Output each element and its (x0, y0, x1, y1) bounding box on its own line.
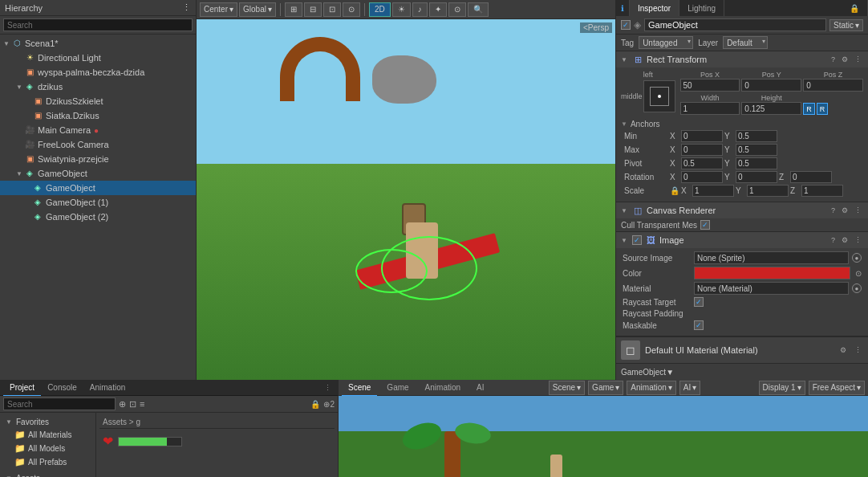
tree-item-dzikus[interactable]: ▼ ◈ dzikus (0, 80, 196, 94)
max-y-input[interactable] (736, 144, 777, 156)
project-tb-icon1[interactable]: ⊕ (119, 399, 126, 410)
anchors-toggle[interactable]: ▼ Anchors (621, 118, 863, 130)
go-bottom-label[interactable]: GameObject▼ (621, 368, 674, 377)
display-dropdown[interactable]: Display 1▾ (759, 381, 805, 395)
center-dropdown[interactable]: Center▾ (200, 2, 237, 17)
tab-bottom-game[interactable]: Game (380, 380, 415, 396)
mat-more-icon[interactable]: ⚙ (838, 346, 848, 354)
light-btn[interactable]: ☀ (392, 2, 411, 17)
sidebar-assets[interactable]: ▼ Assets (3, 472, 92, 477)
tree-item-dziKusSzkielet[interactable]: ▣ DzikusSzkielet (0, 94, 196, 108)
rot-x-input[interactable] (681, 171, 723, 183)
project-tb-icon3[interactable]: ≡ (140, 399, 144, 409)
tree-item-go1[interactable]: ◈ GameObject (1) (0, 195, 196, 210)
max-x-input[interactable] (681, 144, 723, 156)
scene-gizmo-btn[interactable]: ⊙ (448, 2, 466, 17)
project-menu[interactable]: ⋮ (321, 384, 335, 392)
maskable-checkbox[interactable] (694, 320, 704, 330)
ai-dropdown[interactable]: AI▾ (679, 381, 700, 395)
source-image-picker[interactable] (852, 253, 862, 263)
tree-item-wyspa[interactable]: ▣ wyspa-palma-beczka-dzida (0, 65, 196, 80)
animation-dropdown[interactable]: Animation▾ (627, 381, 675, 395)
game-dropdown[interactable]: Game▾ (588, 381, 623, 395)
anchor-widget[interactable] (643, 80, 675, 112)
tab-console[interactable]: Console (41, 380, 83, 396)
r-button[interactable]: R (803, 103, 815, 115)
tree-item-siatka[interactable]: ▣ Siatka.Dzikus (0, 108, 196, 123)
sidebar-all-prefabs[interactable]: 📁 All Prefabs (3, 455, 92, 469)
img-settings-icon[interactable]: ⚙ (840, 236, 850, 244)
snap-btn[interactable]: ⊟ (304, 2, 322, 17)
image-header[interactable]: ▼ 🖼 Image ? ⚙ ⋮ (616, 232, 868, 248)
rect-transform-header[interactable]: ▼ ⊞ Rect Transform ? ⚙ ⋮ (616, 51, 868, 67)
mat-menu-icon[interactable]: ⋮ (853, 346, 863, 354)
scale-x-input[interactable] (692, 185, 734, 197)
tab-bottom-ai[interactable]: AI (470, 380, 490, 396)
cr-settings-icon[interactable]: ⚙ (840, 206, 850, 214)
tab-lighting[interactable]: Lighting (679, 0, 724, 16)
material-picker[interactable] (852, 283, 862, 293)
search-scene-btn[interactable]: 🔍 (468, 2, 489, 17)
tree-item-scena1[interactable]: ▼ ⬡ Scena1* (0, 36, 196, 51)
2d-btn[interactable]: 2D (369, 2, 391, 17)
pos-y-input[interactable] (741, 79, 801, 92)
raycast-target-checkbox[interactable] (694, 297, 704, 307)
height-input[interactable] (741, 102, 801, 115)
img-help-icon[interactable]: ? (829, 236, 837, 244)
scale-y-input[interactable] (747, 185, 789, 197)
tab-bottom-animation[interactable]: Animation (419, 380, 467, 396)
tree-item-gameobject-selected[interactable]: ◈ GameObject (0, 181, 196, 195)
tree-item-gameobject-parent[interactable]: ▼ ◈ GameObject (0, 166, 196, 181)
pos-x-input[interactable] (680, 79, 740, 92)
tab-animation[interactable]: Animation (83, 380, 132, 396)
scene-viewport[interactable]: <Persp (197, 19, 615, 380)
tree-item-directional-light[interactable]: ☀ Directional Light (0, 51, 196, 65)
image-active-checkbox[interactable] (632, 235, 642, 245)
color-value[interactable] (694, 267, 850, 279)
tree-item-main-camera[interactable]: 🎥 Main Camera ● (0, 123, 196, 137)
min-x-input[interactable] (681, 130, 723, 142)
rot-z-input[interactable] (790, 171, 832, 183)
rt-more-icon[interactable]: ⋮ (853, 55, 863, 63)
gameobject-name-input[interactable] (644, 18, 826, 31)
tree-item-go2[interactable]: ◈ GameObject (2) (0, 210, 196, 224)
tab-bottom-scene[interactable]: Scene (342, 380, 377, 396)
rot-y-input[interactable] (736, 171, 777, 183)
gizmo-btn[interactable]: ⊡ (323, 2, 341, 17)
project-tb-icon2[interactable]: ⊡ (129, 399, 136, 410)
global-dropdown[interactable]: Global▾ (239, 2, 276, 17)
hide-btn[interactable]: ⊙ (343, 2, 360, 17)
img-more-icon[interactable]: ⋮ (853, 236, 863, 244)
min-y-input[interactable] (736, 130, 777, 142)
color-picker-icon[interactable]: ⊙ (855, 269, 862, 278)
lock-icon[interactable]: 🔒 (842, 0, 868, 16)
bottom-game-viewport[interactable] (339, 396, 868, 477)
sidebar-all-models[interactable]: 📁 All Models (3, 442, 92, 455)
hierarchy-search-input[interactable] (3, 18, 193, 31)
go-active-checkbox[interactable] (621, 20, 631, 30)
cull-checkbox[interactable] (700, 220, 710, 230)
pos-z-input[interactable] (803, 79, 863, 92)
aspect-dropdown[interactable]: Free Aspect▾ (809, 381, 865, 395)
sidebar-favorites[interactable]: ▼ Favorites (3, 416, 92, 428)
scene-dropdown[interactable]: Scene▾ (549, 381, 585, 395)
cr-more-icon[interactable]: ⋮ (853, 206, 863, 214)
scale-z-input[interactable] (801, 185, 843, 197)
tree-item-freelook[interactable]: 🎥 FreeLook Camera (0, 137, 196, 152)
tab-inspector[interactable]: Inspector (630, 0, 679, 16)
layer-select[interactable]: Default (723, 36, 768, 49)
canvas-renderer-header[interactable]: ▼ ◫ Canvas Renderer ? ⚙ ⋮ (616, 202, 868, 218)
scale-lock-icon[interactable]: 🔒 (670, 186, 679, 195)
r-button2[interactable]: R (817, 103, 829, 115)
cr-help-icon[interactable]: ? (829, 206, 837, 214)
rt-help-icon[interactable]: ? (829, 55, 837, 63)
sidebar-all-materials[interactable]: 📁 All Materials (3, 428, 92, 442)
project-lock[interactable]: 🔒 (310, 400, 320, 409)
effects-btn[interactable]: ✦ (429, 2, 447, 17)
audio-btn[interactable]: ♪ (412, 2, 428, 17)
tree-item-swiatynia[interactable]: ▣ Swiatynia-przejcie (0, 152, 196, 166)
hierarchy-menu-icon[interactable]: ⋮ (182, 2, 191, 13)
static-dropdown[interactable]: Static ▾ (829, 19, 863, 31)
tab-project[interactable]: Project (3, 380, 41, 396)
grid-btn[interactable]: ⊞ (285, 2, 302, 17)
